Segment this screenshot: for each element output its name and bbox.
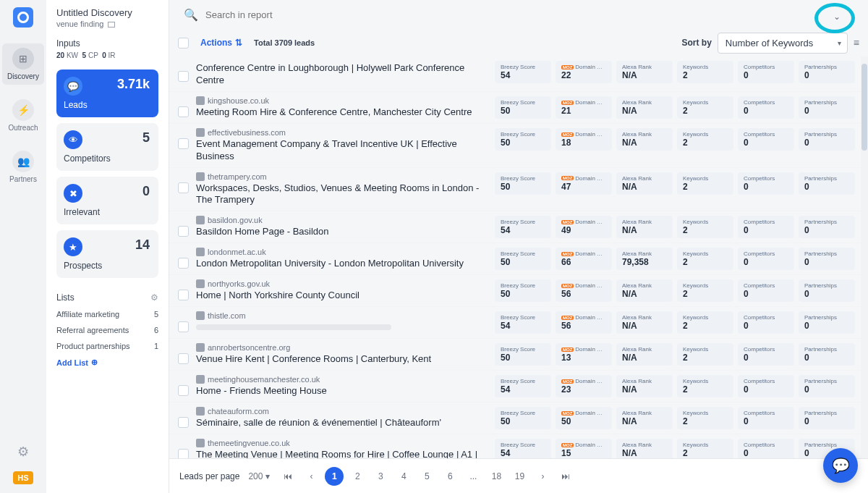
lead-row[interactable]: thetrampery.comWorkspaces, Desks, Studio… — [169, 168, 864, 212]
metric-domain-auth: MOZDomain Aut...56 — [556, 279, 612, 302]
page-next[interactable]: › — [533, 467, 552, 486]
discovery-panel: Untitled Discovery venue finding Inputs … — [46, 0, 169, 493]
inputs-stats: 20 KW 5 CP 0 IR — [56, 51, 158, 59]
lead-row[interactable]: Conference Centre in Loughborough | Holy… — [169, 56, 864, 92]
row-checkbox[interactable] — [178, 138, 189, 149]
list-item[interactable]: Product partnerships1 — [56, 342, 158, 350]
page-19[interactable]: 19 — [510, 467, 529, 486]
page-prev[interactable]: ‹ — [302, 467, 320, 486]
page-first[interactable]: ⏮ — [278, 467, 297, 486]
category-card-leads[interactable]: 💬 3.71k Leads — [56, 69, 158, 117]
row-checkbox[interactable] — [178, 182, 189, 193]
nav-partners[interactable]: 👥 Partners — [2, 146, 44, 187]
row-checkbox[interactable] — [178, 258, 189, 269]
per-page-select[interactable]: 200 ▾ — [248, 471, 270, 481]
list-name: Referral agreements — [56, 326, 129, 334]
actions-button[interactable]: Actions ⇅ — [200, 38, 242, 48]
metric-breezy: Breezy Score50 — [495, 407, 551, 429]
global-sidebar: ⊞ Discovery ⚡ Outreach 👥 Partners ⚙ HS — [0, 0, 46, 493]
sort-select[interactable]: Number of Keywords ▾ — [718, 33, 848, 54]
page-6[interactable]: 6 — [441, 467, 459, 486]
sort-icon: ⇅ — [235, 38, 242, 48]
discovery-title: Untitled Discovery — [56, 7, 158, 18]
favicon-icon — [196, 128, 205, 137]
metric-breezy: Breezy Score50 — [495, 279, 551, 302]
lead-row[interactable]: thistle.com Breezy Score54 MOZDomain Aut… — [169, 307, 864, 339]
nav-outreach[interactable]: ⚡ Outreach — [2, 95, 44, 136]
favicon-icon — [196, 96, 205, 105]
card-icon: 💬 — [64, 77, 82, 96]
lead-title: Home | North Yorkshire County Council — [196, 290, 488, 302]
gear-icon[interactable]: ⚙ — [150, 292, 158, 303]
lead-row[interactable]: basildon.gov.ukBasildon Home Page - Basi… — [169, 211, 864, 243]
metric-domain-auth: MOZDomain Aut...49 — [556, 216, 612, 238]
lead-row[interactable]: chateauform.comSéminaire, salle de réuni… — [169, 403, 864, 434]
chevron-down-icon: ▾ — [838, 39, 841, 47]
settings-icon[interactable]: ⚙ — [17, 444, 29, 460]
lead-domain: meetinghousemanchester.co.uk — [196, 375, 488, 384]
row-checkbox[interactable] — [178, 353, 189, 364]
list-name: Affiliate marketing — [56, 310, 119, 319]
lead-row[interactable]: themeetingvenue.co.ukThe Meeting Venue |… — [169, 434, 864, 458]
metrics-group: Breezy Score54 MOZDomain Aut...49 Alexa … — [495, 216, 855, 238]
nav-label: Partners — [9, 175, 37, 183]
row-checkbox[interactable] — [178, 385, 189, 396]
main-content: 🔍 ⌄ Actions ⇅ Total 3709 leads Sort by N… — [169, 0, 868, 493]
page-5[interactable]: 5 — [417, 467, 436, 486]
card-label: Leads — [64, 100, 151, 110]
lead-row[interactable]: annrobertsoncentre.orgVenue Hire Kent | … — [169, 339, 864, 371]
category-card-competitors[interactable]: 👁 5 Competitors — [56, 123, 158, 171]
nav-discovery[interactable]: ⊞ Discovery — [2, 43, 44, 85]
scrollbar[interactable] — [861, 56, 868, 458]
page-4[interactable]: 4 — [394, 467, 413, 486]
category-card-irrelevant[interactable]: ✖ 0 Irrelevant — [56, 177, 158, 224]
lead-title: Workspaces, Desks, Studios, Venues & Mee… — [196, 182, 488, 207]
app-logo[interactable] — [13, 7, 33, 28]
list-item[interactable]: Affiliate marketing5 — [56, 310, 158, 319]
chat-launcher[interactable]: 💬 — [823, 448, 858, 483]
list-item[interactable]: Referral agreements6 — [56, 326, 158, 334]
search-icon: 🔍 — [184, 8, 198, 22]
add-list-button[interactable]: Add List ⊕ — [56, 358, 158, 367]
row-checkbox[interactable] — [178, 290, 189, 300]
lead-row[interactable]: effectivebusiness.comEvent Management Co… — [169, 124, 864, 168]
plus-circle-icon: ⊕ — [91, 358, 98, 367]
filter-icon[interactable]: ≡ — [854, 37, 859, 49]
page-last[interactable]: ⏭ — [556, 467, 575, 486]
metric-keywords: Keywords2 — [677, 375, 733, 397]
lead-row[interactable]: kingshouse.co.ukMeeting Room Hire & Conf… — [169, 92, 864, 124]
metric-alexa: Alexa RankN/A — [616, 61, 673, 83]
card-icon: 👁 — [64, 130, 82, 149]
lead-row[interactable]: londonmet.ac.ukLondon Metropolitan Unive… — [169, 243, 864, 275]
scrollbar-thumb[interactable] — [861, 64, 867, 151]
lead-domain: chateauform.com — [196, 407, 488, 416]
row-checkbox[interactable] — [178, 417, 189, 428]
row-checkbox[interactable] — [178, 71, 189, 82]
row-checkbox[interactable] — [178, 106, 189, 117]
metric-breezy: Breezy Score54 — [495, 375, 551, 397]
metric-keywords: Keywords2 — [677, 61, 733, 83]
expand-toggle[interactable]: ⌄ — [833, 12, 841, 22]
metric-breezy: Breezy Score50 — [495, 172, 551, 195]
row-checkbox[interactable] — [178, 226, 189, 237]
lead-domain: londonmet.ac.uk — [196, 248, 488, 256]
page-2[interactable]: 2 — [348, 467, 367, 486]
lead-domain: kingshouse.co.uk — [196, 96, 488, 105]
select-all-checkbox[interactable] — [178, 38, 189, 49]
page-3[interactable]: 3 — [371, 467, 390, 486]
category-card-prospects[interactable]: ★ 14 Prospects — [56, 230, 158, 278]
metric-alexa: Alexa RankN/A — [616, 216, 673, 238]
lead-row[interactable]: northyorks.gov.ukHome | North Yorkshire … — [169, 275, 864, 307]
search-input[interactable] — [205, 9, 854, 20]
people-icon: 👥 — [12, 151, 34, 172]
row-checkbox[interactable] — [178, 321, 189, 332]
page-18[interactable]: 18 — [487, 467, 506, 486]
favicon-icon — [196, 311, 205, 320]
hs-badge[interactable]: HS — [13, 471, 33, 484]
sort-label: Sort by — [681, 38, 711, 48]
row-checkbox[interactable] — [178, 449, 189, 458]
lead-row[interactable]: meetinghousemanchester.co.ukHome - Frien… — [169, 371, 864, 403]
metric-partnerships: Partnerships0 — [799, 128, 855, 151]
page-1[interactable]: 1 — [325, 467, 344, 486]
metrics-group: Breezy Score54 MOZDomain Aut...22 Alexa … — [495, 61, 855, 83]
